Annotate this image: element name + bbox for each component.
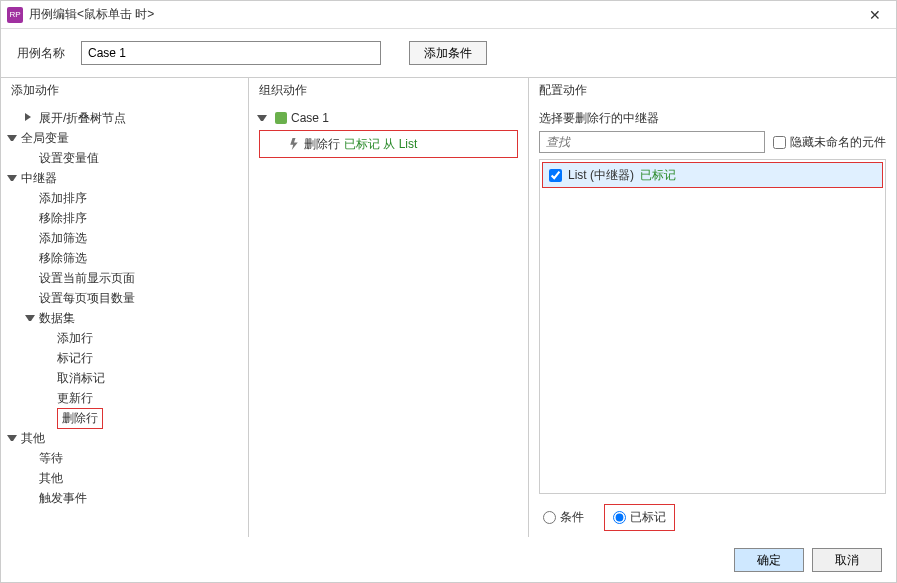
add-action-column: 添加动作 展开/折叠树节点全局变量设置变量值中继器添加排序移除排序添加筛选移除筛… (1, 78, 249, 537)
radio-marked[interactable]: 已标记 (604, 504, 675, 531)
tree-item[interactable]: 全局变量 (7, 128, 242, 148)
case-node[interactable]: Case 1 (253, 108, 524, 128)
case-editor-dialog: RP 用例编辑<鼠标单击 时> ✕ 用例名称 添加条件 添加动作 展开/折叠树节… (0, 0, 897, 583)
tree-item[interactable]: 触发事件 (7, 488, 242, 508)
tree-item-label: 更新行 (57, 390, 93, 407)
expand-icon (43, 413, 53, 423)
widget-row[interactable]: List (中继器) 已标记 (543, 163, 882, 187)
hide-unnamed-checkbox[interactable] (773, 136, 786, 149)
expand-icon (25, 473, 35, 483)
expand-icon (25, 253, 35, 263)
tree-item[interactable]: 添加排序 (7, 188, 242, 208)
tree-item-label: 等待 (39, 450, 63, 467)
hide-unnamed-option[interactable]: 隐藏未命名的元件 (773, 134, 886, 151)
titlebar: RP 用例编辑<鼠标单击 时> ✕ (1, 1, 896, 29)
tree-item[interactable]: 添加行 (7, 328, 242, 348)
tree-item-label: 中继器 (21, 170, 57, 187)
expand-icon (7, 133, 17, 143)
tree-item[interactable]: 设置变量值 (7, 148, 242, 168)
expand-icon (43, 393, 53, 403)
configure-label: 选择要删除行的中继器 (539, 110, 886, 127)
tree-item-label: 设置当前显示页面 (39, 270, 135, 287)
dialog-footer: 确定 取消 (734, 548, 882, 572)
organize-action-header: 组织动作 (249, 78, 528, 104)
expand-icon (25, 193, 35, 203)
tree-item-label: 设置变量值 (39, 150, 99, 167)
case-name-row: 用例名称 添加条件 (1, 29, 896, 77)
tree-item-label: 设置每页项目数量 (39, 290, 135, 307)
expand-icon (25, 113, 35, 123)
tree-item[interactable]: 添加筛选 (7, 228, 242, 248)
tree-item[interactable]: 删除行 (7, 408, 242, 428)
tree-item-label: 展开/折叠树节点 (39, 110, 126, 127)
expand-icon (25, 233, 35, 243)
expand-icon (25, 493, 35, 503)
expand-icon (43, 333, 53, 343)
action-name: 删除行 (304, 136, 340, 153)
radio-condition[interactable]: 条件 (543, 509, 584, 526)
add-action-header: 添加动作 (1, 78, 248, 104)
tree-item-label: 触发事件 (39, 490, 87, 507)
hide-unnamed-label: 隐藏未命名的元件 (790, 134, 886, 151)
radio-condition-input[interactable] (543, 511, 556, 524)
tree-item[interactable]: 更新行 (7, 388, 242, 408)
expand-icon (25, 293, 35, 303)
expand-icon (7, 433, 17, 443)
tree-item[interactable]: 设置每页项目数量 (7, 288, 242, 308)
widget-row-highlight: List (中继器) 已标记 (542, 162, 883, 188)
widget-status: 已标记 (640, 167, 676, 184)
tree-item-label: 数据集 (39, 310, 75, 327)
tree-item-label: 添加行 (57, 330, 93, 347)
action-detail: 已标记 从 List (344, 136, 417, 153)
tree-item-label: 添加排序 (39, 190, 87, 207)
expand-icon (25, 273, 35, 283)
widget-list[interactable]: List (中继器) 已标记 (539, 159, 886, 494)
search-row: 隐藏未命名的元件 (539, 131, 886, 153)
tree-item-label: 标记行 (57, 350, 93, 367)
tree-item-label: 取消标记 (57, 370, 105, 387)
row-rule-radios: 条件 已标记 (539, 504, 886, 531)
tree-item-label: 移除排序 (39, 210, 87, 227)
expand-icon (25, 453, 35, 463)
tree-item[interactable]: 移除筛选 (7, 248, 242, 268)
search-input[interactable] (539, 131, 765, 153)
expand-icon (7, 173, 17, 183)
configure-body: 选择要删除行的中继器 隐藏未命名的元件 List (中继器) 已标记 (529, 104, 896, 537)
tree-item[interactable]: 等待 (7, 448, 242, 468)
tree-item[interactable]: 标记行 (7, 348, 242, 368)
expand-icon (25, 313, 35, 323)
action-tree[interactable]: 展开/折叠树节点全局变量设置变量值中继器添加排序移除排序添加筛选移除筛选设置当前… (1, 104, 248, 537)
case-name-input[interactable] (81, 41, 381, 65)
tree-item[interactable]: 其他 (7, 468, 242, 488)
radio-marked-input[interactable] (613, 511, 626, 524)
organize-action-column: 组织动作 Case 1 删除行 已标记 从 List (249, 78, 529, 537)
tree-item[interactable]: 移除排序 (7, 208, 242, 228)
tree-item-label: 其他 (39, 470, 63, 487)
tree-item[interactable]: 取消标记 (7, 368, 242, 388)
cancel-button[interactable]: 取消 (812, 548, 882, 572)
tree-item-label: 删除行 (57, 408, 103, 429)
tree-item[interactable]: 设置当前显示页面 (7, 268, 242, 288)
tree-item[interactable]: 中继器 (7, 168, 242, 188)
widget-name: List (中继器) (568, 167, 634, 184)
expand-icon (25, 213, 35, 223)
tree-item-label: 其他 (21, 430, 45, 447)
expand-icon (43, 353, 53, 363)
tree-item[interactable]: 数据集 (7, 308, 242, 328)
configure-action-header: 配置动作 (529, 78, 896, 104)
columns: 添加动作 展开/折叠树节点全局变量设置变量值中继器添加排序移除排序添加筛选移除筛… (1, 77, 896, 537)
widget-checkbox[interactable] (549, 169, 562, 182)
configure-action-column: 配置动作 选择要删除行的中继器 隐藏未命名的元件 List (中继器) (529, 78, 896, 537)
app-icon: RP (7, 7, 23, 23)
case-label: Case 1 (291, 111, 329, 125)
tree-item[interactable]: 展开/折叠树节点 (7, 108, 242, 128)
close-button[interactable]: ✕ (860, 4, 890, 26)
tree-item[interactable]: 其他 (7, 428, 242, 448)
ok-button[interactable]: 确定 (734, 548, 804, 572)
action-node[interactable]: 删除行 已标记 从 List (259, 130, 518, 158)
add-condition-button[interactable]: 添加条件 (409, 41, 487, 65)
expand-icon (257, 113, 267, 123)
expand-icon (43, 373, 53, 383)
tree-item-label: 添加筛选 (39, 230, 87, 247)
organize-tree[interactable]: Case 1 删除行 已标记 从 List (249, 104, 528, 537)
